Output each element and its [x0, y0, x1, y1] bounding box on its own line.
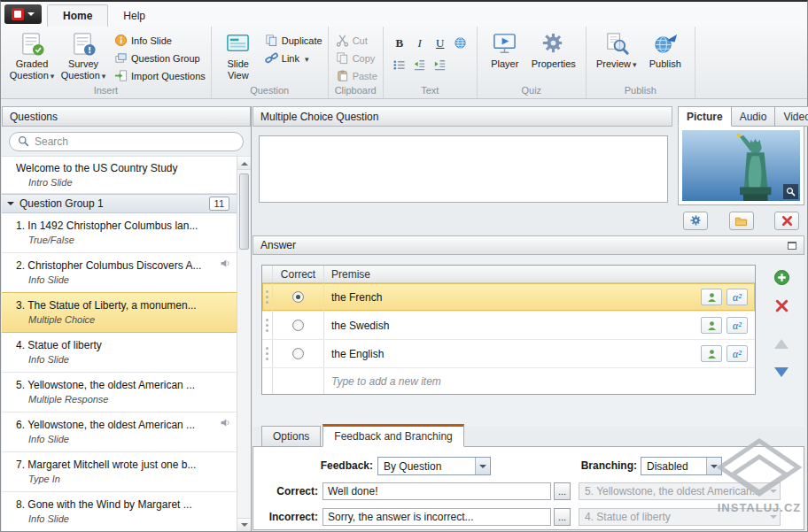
picture-settings-button[interactable] [683, 212, 708, 230]
delete-x-icon [781, 214, 794, 227]
graded-question-button[interactable]: Graded Question [6, 29, 58, 81]
question-type-header: Multiple Choice Question [252, 106, 672, 127]
import-questions-button[interactable]: Import Questions [114, 69, 206, 82]
tab-home[interactable]: Home [47, 4, 108, 27]
correct-feedback-more-button[interactable]: ... [554, 482, 571, 500]
publish-icon [652, 31, 678, 57]
tab-audio[interactable]: Audio [732, 106, 776, 127]
answer-row-3[interactable]: the English α² [262, 340, 755, 368]
scroll-down-button[interactable] [237, 518, 251, 531]
cut-button[interactable]: Cut [336, 34, 377, 47]
bold-button[interactable]: B [391, 35, 408, 51]
list-item-question-4[interactable]: 4. Statue of liberty Info Slide [2, 333, 237, 373]
properties-button[interactable]: Properties [527, 29, 580, 70]
increase-indent-button[interactable] [431, 57, 449, 73]
search-box[interactable] [9, 132, 244, 151]
ribbon-group-label-quiz: Quiz [478, 85, 586, 98]
add-answer-row[interactable]: Type to add a new item [262, 368, 755, 394]
move-down-button[interactable] [771, 361, 792, 382]
info-slide-button[interactable]: Info Slide [114, 34, 206, 47]
list-item-question-3-selected[interactable]: 3. The Statue of Liberty, a monumen... M… [2, 292, 237, 333]
incorrect-feedback-more-button[interactable]: ... [554, 508, 571, 526]
drag-handle[interactable] [262, 340, 273, 367]
correct-branch-target[interactable]: 5. Yellowstone, the oldest American... [579, 482, 781, 500]
publish-button[interactable]: Publish [641, 29, 689, 70]
bullet-list-button[interactable] [391, 57, 408, 73]
search-input[interactable] [35, 135, 235, 148]
titlebar: Home Help [1, 2, 807, 27]
tab-help[interactable]: Help [108, 5, 160, 27]
tab-feedback-and-branching[interactable]: Feedback and Branching [322, 424, 463, 447]
list-item-question-7[interactable]: 7. Margaret Mitchell wrote just one b...… [2, 452, 237, 492]
list-item-intro-slide[interactable]: Welcome to the US Country Study Intro Sl… [2, 157, 237, 194]
correct-radio-1[interactable] [292, 291, 304, 303]
link-label: Link [282, 53, 299, 64]
delete-answer-button[interactable] [771, 295, 792, 316]
insert-equation-button[interactable]: α² [726, 345, 748, 362]
preview-button[interactable]: Preview [592, 29, 641, 70]
add-answer-button[interactable] [771, 266, 792, 288]
hyperlink-button[interactable] [452, 35, 470, 51]
incorrect-feedback-input[interactable] [322, 508, 551, 526]
list-item-question-1[interactable]: 1. In 1492 Christopher Columbus lan... T… [2, 213, 237, 253]
list-item-question-5[interactable]: 5. Yellowstone, the oldest American ... … [2, 373, 237, 412]
statue-of-liberty-thumbnail[interactable] [682, 130, 800, 201]
insert-equation-button[interactable]: α² [726, 289, 748, 305]
scrollbar-thumb[interactable] [239, 173, 249, 250]
answer-row-1[interactable]: the French α² [262, 283, 755, 312]
insert-equation-button[interactable]: α² [726, 317, 748, 334]
italic-button[interactable]: I [411, 35, 429, 51]
question-text-area[interactable] [259, 135, 668, 203]
browse-picture-button[interactable] [729, 212, 754, 230]
slide-type: Multiple Choice [16, 312, 228, 325]
remove-picture-button[interactable] [774, 212, 799, 230]
list-item-question-6[interactable]: 6. Yellowstone, the oldest American ... … [2, 412, 237, 452]
slide-title: 2. Christopher Columbus Discovers A... [16, 259, 228, 272]
feedback-mode-dropdown[interactable]: By Question [377, 457, 491, 475]
tab-picture[interactable]: Picture [678, 106, 732, 127]
duplicate-button[interactable]: Duplicate [265, 34, 322, 47]
paste-button[interactable]: Paste [336, 69, 377, 82]
correct-column-header: Correct [273, 266, 324, 282]
copy-button[interactable]: Copy [336, 51, 377, 65]
correct-radio-2[interactable] [292, 320, 304, 331]
player-button[interactable]: Player [483, 29, 527, 70]
answer-row-2[interactable]: the Swedish α² [262, 312, 755, 340]
drag-handle[interactable] [262, 312, 273, 339]
slide-title: Welcome to the US Country Study [16, 162, 228, 174]
insert-picture-button[interactable] [701, 317, 722, 334]
questions-scrollbar[interactable] [237, 157, 251, 531]
insert-picture-button[interactable] [701, 345, 722, 362]
incorrect-branch-target[interactable]: 4. Statue of liberty [579, 508, 781, 526]
decrease-indent-button[interactable] [411, 57, 429, 73]
import-questions-icon [114, 69, 128, 82]
tab-options[interactable]: Options [261, 426, 321, 447]
link-button[interactable]: Link [265, 51, 322, 65]
branching-mode-dropdown[interactable]: Disabled [641, 457, 722, 475]
underline-button[interactable]: U [431, 35, 449, 51]
tab-video[interactable]: Video [775, 106, 808, 127]
move-up-button[interactable] [771, 333, 792, 354]
drag-dots-icon [266, 347, 268, 350]
plus-circle-icon [773, 269, 790, 286]
ribbon-group-question: Slide View Duplicate Link Question [212, 27, 329, 98]
survey-question-button[interactable]: Survey Question [58, 29, 109, 81]
question-group-header[interactable]: Question Group 1 11 [2, 194, 237, 213]
answer-table: Correct Premise the French α² [261, 265, 756, 395]
question-group-button[interactable]: Question Group [114, 51, 206, 65]
correct-feedback-input[interactable] [322, 482, 551, 500]
chevron-down-icon [631, 58, 637, 69]
zoom-image-button[interactable] [783, 184, 798, 199]
slide-view-button[interactable]: Slide View [217, 29, 260, 81]
correct-radio-3[interactable] [292, 348, 304, 359]
app-menu-button[interactable] [4, 4, 42, 24]
feedback-panel: Feedback: By Question Branching: Disable… [252, 446, 804, 530]
drag-handle[interactable] [262, 283, 273, 311]
person-image-icon [706, 291, 718, 304]
scroll-up-button[interactable] [237, 157, 251, 170]
maximize-icon[interactable] [788, 242, 796, 250]
alpha-squared-icon: α² [733, 349, 742, 359]
insert-picture-button[interactable] [701, 289, 722, 305]
list-item-question-2[interactable]: 2. Christopher Columbus Discovers A... I… [2, 253, 237, 293]
list-item-question-8[interactable]: 8. Gone with the Wind by Margaret ... In… [2, 492, 237, 531]
